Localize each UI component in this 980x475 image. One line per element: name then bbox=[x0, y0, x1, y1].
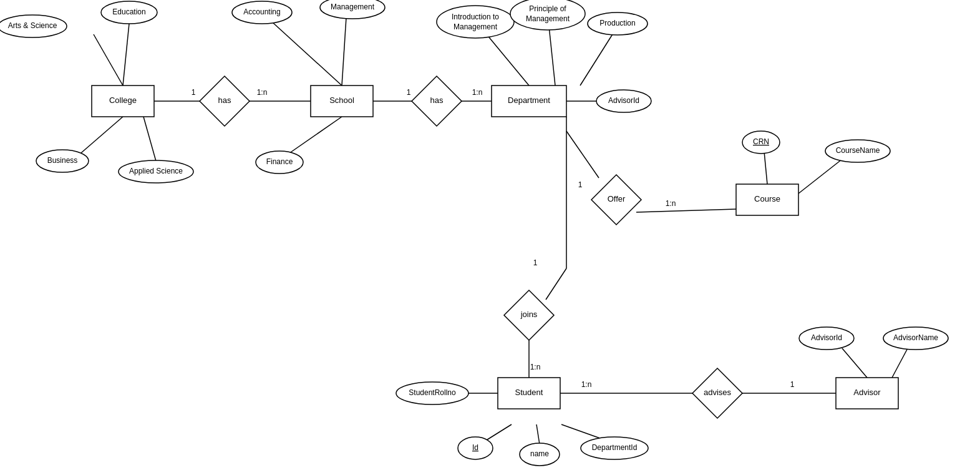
card-1n-b: 1:n bbox=[472, 88, 483, 97]
line-dept-offer bbox=[566, 131, 599, 178]
attr-crn-label: CRN bbox=[753, 137, 769, 146]
attr-education-label: Education bbox=[112, 7, 145, 16]
card-1n-a: 1:n bbox=[257, 88, 268, 97]
line-dept-production bbox=[580, 31, 614, 86]
line-course-coursename bbox=[798, 159, 842, 193]
line-student-deptid bbox=[561, 424, 605, 440]
line-course-crn bbox=[764, 152, 767, 184]
attr-studentrollno: StudentRollno bbox=[396, 382, 468, 404]
rel-joins-label: joins bbox=[520, 310, 538, 319]
line-student-name bbox=[536, 424, 540, 444]
card-1b: 1 bbox=[407, 88, 411, 97]
attr-finance: Finance bbox=[256, 151, 303, 174]
entity-school-label: School bbox=[329, 95, 354, 105]
line-dept-joins-2 bbox=[546, 268, 566, 300]
entity-department: Department bbox=[492, 86, 566, 117]
attr-production: Production bbox=[588, 12, 648, 35]
rel-advises: advises bbox=[692, 368, 742, 418]
attr-advisorname: AdvisorName bbox=[883, 327, 948, 350]
attr-management-label: Management bbox=[331, 2, 375, 11]
attr-accounting-label: Accounting bbox=[243, 7, 280, 16]
attr-business: Business bbox=[36, 150, 89, 172]
rel-offer: Offer bbox=[591, 175, 641, 225]
attr-advisorid-adv: AdvisorId bbox=[799, 327, 854, 350]
line-college-business bbox=[81, 117, 123, 153]
attr-arts: Arts & Science bbox=[0, 15, 67, 37]
rel-joins: joins bbox=[504, 290, 554, 340]
attr-crn: CRN bbox=[742, 131, 780, 154]
attr-intro-label2: Management bbox=[454, 22, 498, 31]
attr-principle-label1: Principle of bbox=[529, 4, 566, 13]
line-college-arts bbox=[94, 34, 123, 86]
line-college-appliedscience bbox=[143, 117, 156, 161]
line-school-accounting bbox=[265, 16, 342, 86]
attr-name: name bbox=[520, 443, 560, 466]
entity-student-label: Student bbox=[515, 388, 543, 397]
attr-business-label: Business bbox=[47, 156, 78, 165]
attr-coursename: CourseName bbox=[825, 140, 890, 162]
card-1n-d: 1:n bbox=[530, 363, 541, 371]
attr-accounting: Accounting bbox=[232, 1, 292, 24]
attr-education: Education bbox=[101, 1, 157, 24]
attr-name-label: name bbox=[530, 449, 549, 458]
line-dept-principle bbox=[549, 26, 555, 86]
entity-college-label: College bbox=[109, 95, 137, 105]
rel-has1: has bbox=[200, 76, 250, 126]
svg-point-18 bbox=[437, 6, 514, 38]
attr-advisorname-label: AdvisorName bbox=[893, 333, 938, 342]
entity-student: Student bbox=[498, 378, 560, 409]
card-1c: 1 bbox=[578, 180, 583, 189]
attr-production-label: Production bbox=[599, 19, 635, 27]
attr-departmentid-label: DepartmentId bbox=[592, 443, 638, 452]
attr-principle: Principle of Management bbox=[510, 0, 585, 30]
attr-intro: Introduction to Management bbox=[437, 6, 514, 38]
entity-school: School bbox=[311, 86, 373, 117]
rel-has2-label: has bbox=[430, 95, 444, 105]
attr-intro-label1: Introduction to bbox=[452, 12, 499, 21]
attr-advisorid-adv-label: AdvisorId bbox=[811, 333, 842, 342]
attr-studentrollno-label: StudentRollno bbox=[409, 388, 456, 397]
rel-offer-label: Offer bbox=[608, 194, 626, 203]
line-offer-course bbox=[636, 209, 736, 212]
attr-id-label: Id bbox=[472, 443, 478, 452]
line-school-management bbox=[342, 17, 346, 86]
attr-finance-label: Finance bbox=[266, 157, 293, 166]
attr-departmentid: DepartmentId bbox=[581, 437, 648, 459]
card-1n-e: 1:n bbox=[581, 380, 592, 389]
attr-appliedscience: Applied Science bbox=[119, 160, 193, 183]
rel-advises-label: advises bbox=[704, 388, 732, 397]
line-advisor-advisorid bbox=[842, 348, 867, 378]
entity-college: College bbox=[92, 86, 154, 117]
attr-arts-label: Arts & Science bbox=[8, 21, 57, 30]
attr-appliedscience-label: Applied Science bbox=[129, 167, 183, 175]
entity-course: Course bbox=[736, 184, 798, 215]
card-1a: 1 bbox=[192, 88, 196, 97]
line-advisor-advisorname bbox=[892, 348, 908, 378]
line-student-id bbox=[487, 424, 512, 440]
rel-has2: has bbox=[412, 76, 462, 126]
attr-advisorid-dept: AdvisorId bbox=[596, 90, 651, 112]
entity-advisor-label: Advisor bbox=[853, 388, 881, 397]
er-diagram: 1 1:n 1 1:n 1 1:n 1 1:n 1:n 1 College Sc… bbox=[0, 0, 980, 475]
line-college-education bbox=[123, 24, 129, 86]
entity-department-label: Department bbox=[508, 95, 550, 105]
attr-coursename-label: CourseName bbox=[836, 146, 880, 155]
entity-course-label: Course bbox=[754, 194, 780, 203]
entity-advisor: Advisor bbox=[836, 378, 898, 409]
attr-management: Management bbox=[320, 0, 385, 19]
attr-id: Id bbox=[458, 437, 493, 459]
card-1d: 1 bbox=[533, 258, 538, 267]
line-dept-intro bbox=[487, 34, 529, 86]
card-1n-c: 1:n bbox=[666, 199, 676, 208]
card-1e: 1 bbox=[790, 380, 795, 389]
rel-has1-label: has bbox=[218, 95, 231, 105]
attr-principle-label2: Management bbox=[526, 14, 570, 23]
attr-advisorid-dept-label: AdvisorId bbox=[608, 96, 639, 105]
